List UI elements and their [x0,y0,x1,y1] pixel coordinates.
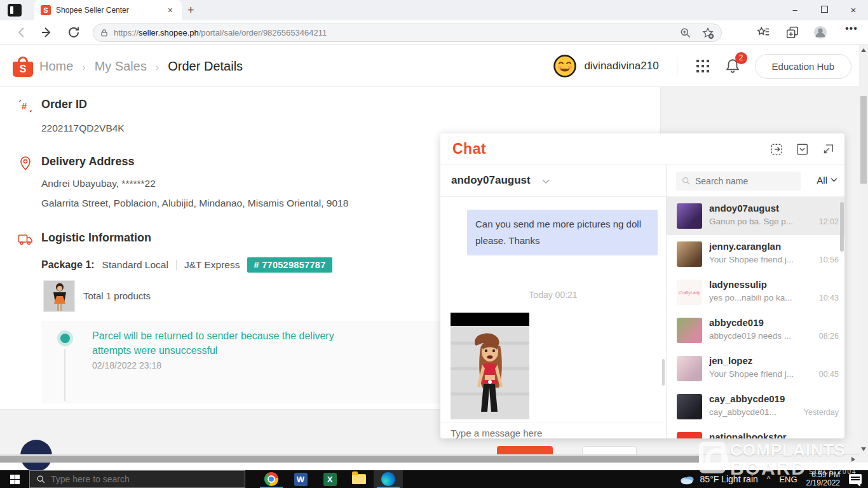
breadcrumb-my-sales[interactable]: My Sales [95,59,147,73]
apps-grid-icon[interactable] [695,58,710,74]
contact-preview: yes po...nabili po ka... [709,293,798,302]
breadcrumb-order-details: Order Details [168,59,243,73]
taskbar-tray-chevron-icon[interactable]: ^ [767,475,771,484]
message-image[interactable] [451,313,529,419]
date-divider: Today 00:21 [440,290,666,300]
back-icon[interactable] [14,25,29,40]
contact-avatar [677,241,702,267]
products-summary: Total 1 products [83,290,151,301]
add-favorite-icon[interactable] [701,27,715,39]
lock-icon [100,28,109,38]
incoming-message-bubble: Can you send me more pictures ng doll pl… [467,210,658,255]
contact-time: 10:56 [819,255,839,264]
refresh-icon[interactable] [66,25,81,40]
start-button[interactable] [0,470,29,488]
message-input[interactable] [451,428,654,438]
product-thumbnail[interactable] [43,280,75,312]
favorites-icon[interactable] [756,25,770,39]
contact-row[interactable]: jen_lopez Your Shopee friend j... 00:45 [667,349,844,388]
scroll-down-arrow-icon[interactable] [861,447,866,451]
order-id-label: Order ID [41,98,87,111]
education-hub-button[interactable]: Education Hub [755,54,851,79]
package-label: Package 1: [41,259,95,271]
conversation-header[interactable]: andoy07august [440,165,666,197]
taskbar-search[interactable] [29,470,245,488]
logistic-icon [18,232,33,247]
filter-dropdown[interactable]: All [817,175,837,186]
contact-name: abbycde019 [709,317,824,328]
forward-icon[interactable] [39,25,55,40]
shopee-header: S Home›My Sales›Order Details divinadivi… [0,45,868,87]
window-minimize-button[interactable]: – [780,0,810,20]
shrink-chat-icon[interactable] [821,142,835,156]
vertical-scrollbar-thumb[interactable] [860,96,867,184]
contact-row[interactable]: CraftyLady ladynessulip yes po...nabili … [667,273,844,311]
search-input[interactable] [695,176,790,186]
search-box[interactable] [676,172,801,191]
breadcrumb-home[interactable]: Home [39,59,73,73]
url-bar[interactable]: https://seller.shopee.ph/portal/sale/ord… [93,24,722,42]
browser-menu-icon[interactable]: ••• [845,23,858,34]
contact-row[interactable]: cay_abbycde019 cay_abbycde01... Yesterda… [667,388,844,426]
vertical-scrollbar[interactable] [859,45,868,463]
chat-window: Chat andoy07august Can you send me more … [440,133,844,438]
search-icon [681,176,691,186]
contact-list-scrollbar[interactable] [840,202,844,252]
taskbar-edge-icon[interactable] [374,470,403,488]
username: divinadivina210 [584,60,658,72]
taskbar-explorer-icon[interactable] [344,470,374,488]
taskbar-excel-icon[interactable]: X [315,470,344,488]
contact-row[interactable]: nationalbookstor [667,426,844,438]
contact-name: nationalbookstor [709,431,824,438]
notification-badge: 2 [735,52,747,64]
contact-time: 12:02 [819,217,839,226]
contact-avatar [677,356,702,381]
taskbar-weather[interactable]: 85°F Light rain [679,473,758,485]
action-center-icon[interactable] [849,474,862,484]
browser-tab[interactable]: Shopee Seller Center × [34,0,182,20]
contact-avatar [677,203,702,229]
screen: Shopee Seller Center × + – × https://sel… [0,0,868,488]
scroll-up-arrow-icon[interactable] [861,48,866,52]
taskbar-chrome-icon[interactable] [257,470,286,488]
tab-title: Shopee Seller Center [56,6,165,15]
notifications-bell-icon[interactable]: 2 [724,58,741,74]
contact-preview: Your Shopee friend j... [709,255,798,264]
logistic-label: Logistic Information [41,231,151,245]
contact-name: jenny.caranglan [709,241,824,252]
contact-time: Yesterday [804,408,839,417]
status-timestamp: 02/18/2022 23:18 [92,360,161,370]
zoom-icon[interactable] [679,27,692,39]
popout-chat-icon[interactable] [770,142,784,156]
message-scrollbar[interactable] [662,359,665,386]
contact-preview: cay_abbycde01... [709,407,798,417]
status-message: Parcel will be returned to sender becaus… [92,329,372,358]
filter-label: All [817,175,827,186]
shopee-logo-icon[interactable]: S [13,57,33,76]
contact-row[interactable]: andoy07august Ganun po ba. Sge p... 12:0… [667,197,844,235]
tab-actions-icon[interactable] [8,4,22,17]
contact-row[interactable]: jenny.caranglan Your Shopee friend j... … [667,235,844,273]
contact-row[interactable]: abbycde019 abbycde019 needs ... 08:26 [667,311,844,349]
taskbar: W X 85°F Light rain ^ ENG 6:59 PM 2/19/2… [0,470,868,488]
collections-icon[interactable] [785,25,799,39]
taskbar-word-icon[interactable]: W [286,470,315,488]
browser-profile-icon[interactable] [813,25,827,39]
taskbar-clock[interactable]: 6:59 PM 2/19/2022 [806,471,840,487]
taskbar-search-input[interactable] [51,474,216,484]
horizontal-scrollbar[interactable] [0,454,859,463]
account-menu[interactable]: divinadivina210 [553,55,658,78]
window-close-button[interactable]: × [839,0,868,20]
tracking-number-badge[interactable]: # 770529857787 [247,257,332,273]
taskbar-language[interactable]: ENG [779,475,797,484]
delivery-address-icon [18,156,33,171]
window-maximize-button[interactable] [810,0,839,20]
horizontal-scrollbar-thumb[interactable] [0,456,699,463]
package-row: Package 1: Standard Local J&T Express # … [41,257,332,273]
tab-close-icon[interactable]: × [165,5,175,15]
scroll-right-arrow-icon[interactable] [851,457,855,462]
shipping-channel: Standard Local [102,259,168,271]
new-tab-button[interactable]: + [187,4,194,17]
minimize-chat-icon[interactable] [796,142,810,156]
breadcrumb: Home›My Sales›Order Details [39,59,243,74]
